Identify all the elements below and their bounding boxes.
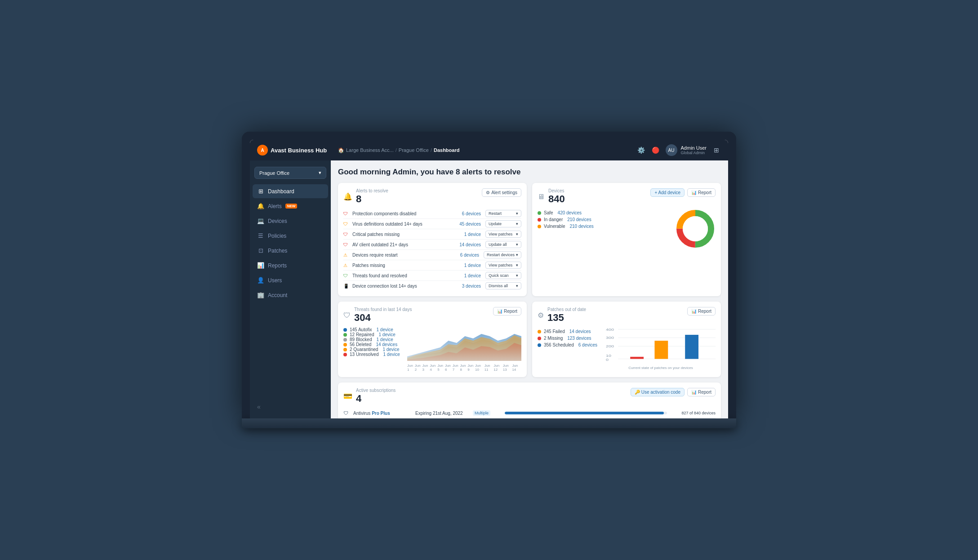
legend-link-autofix[interactable]: 1 device [376,327,393,332]
svg-text:200: 200 [606,345,614,348]
stat-scheduled-link[interactable]: 6 devices [578,342,597,347]
cards-row-2: 🛡 Threats found in last 14 days 304 📊 Re… [338,302,721,377]
use-activation-code-button[interactable]: 🔑 Use activation code [631,388,685,396]
breadcrumb-item-2[interactable]: Prague Office [399,147,429,153]
topbar: A Avast Business Hub 🏠 Large Business Ac… [250,140,728,160]
threats-layout: 145 Autofix 1 device 12 Repaired 1 devic… [343,327,521,372]
subs-title-section: 💳 Active subscriptions 4 [343,388,396,404]
breadcrumb-sep-1: / [396,147,397,153]
donut-chart [675,209,716,251]
patches-report-button[interactable]: 📊 Report [687,307,716,316]
dot-safe [538,211,541,215]
patches-card: ⚙ Patches out of date 135 📊 Report [532,302,721,377]
subs-report-button[interactable]: 📊 Report [687,388,716,396]
sidebar-collapse-button[interactable]: « [250,400,331,414]
dot-scheduled [538,343,541,347]
legend-row-unresolved: 13 Unresolved 1 device [343,352,402,357]
threats-card-label: Threats found in last 14 days [354,307,412,312]
alert-text-1: Protection components disabled [352,211,462,216]
user-info: AU Admin User Global Admin [666,144,707,156]
stat-link-danger[interactable]: 210 devices [567,217,591,222]
svg-rect-15 [685,335,698,359]
subs-card-icon: 💳 [343,392,352,400]
sidebar-item-alerts[interactable]: 🔔 Alerts NEW [253,199,328,213]
threats-report-button[interactable]: 📊 Report [493,307,521,316]
legend-link-quarantined[interactable]: 1 device [382,347,399,352]
stat-link-safe[interactable]: 420 devices [558,210,582,215]
alert-row: ⚠ Devices require restart 6 devices Rest… [343,250,521,260]
stat-link-vulnerable[interactable]: 210 devices [569,224,593,229]
alert-count-1[interactable]: 6 devices [462,211,481,216]
office-selector[interactable]: Prague Office ▾ [254,167,326,179]
threats-chart-area: Jun 1 Jun 2 Jun 3 Jun 4 Jun 5 Jun 6 Jun … [407,327,521,372]
legend-link-deleted[interactable]: 14 devices [376,342,397,347]
user-details: Admin User Global Admin [681,145,707,155]
alert-settings-button[interactable]: ⚙ Alert settings [482,188,521,197]
notification-icon[interactable]: 🔴 [651,146,660,155]
dot-vulnerable [538,225,541,228]
sidebar-item-policies[interactable]: ☰ Policies [253,229,328,243]
sidebar-item-devices[interactable]: 💻 Devices [253,214,328,228]
patches-title-section: ⚙ Patches out of date 135 [538,307,586,324]
sidebar-item-patches[interactable]: ⊡ Patches [253,244,328,258]
account-icon: 🏢 [257,292,264,298]
alert-action-btn-7[interactable]: Quick scan ▾ [485,272,521,279]
sidebar-item-reports[interactable]: 📊 Reports [253,258,328,272]
patches-card-header: ⚙ Patches out of date 135 📊 Report [538,307,716,324]
alert-count-6[interactable]: 1 device [464,263,481,268]
sidebar-item-dashboard[interactable]: ⊞ Dashboard [253,184,328,198]
stat-row-safe: Safe 420 devices [538,210,594,215]
sidebar-item-account[interactable]: 🏢 Account [253,288,328,302]
sub-bar-fill-antivirus [505,412,664,414]
legend-link-unresolved[interactable]: 1 device [383,352,400,357]
alert-action-btn-5[interactable]: Restart devices ▾ [484,251,521,258]
alert-action-btn-6[interactable]: View patches ▾ [485,262,521,269]
alert-action-btn-3[interactable]: View patches ▾ [485,231,521,238]
alert-icon-1: 🛡 [343,211,350,216]
subs-count: 4 [356,393,361,404]
patches-chart-label: Current state of patches on your devices [606,366,716,370]
grid-icon[interactable]: ⊞ [712,146,721,155]
devices-card: 🖥 Devices 840 + Add device 📊 [532,183,721,296]
alert-action-btn-2[interactable]: Update ▾ [485,220,521,227]
patches-icon: ⊡ [257,247,264,254]
settings-small-icon: ⚙ [486,190,490,195]
settings-icon[interactable]: ⚙️ [637,146,646,155]
sidebar-label-users: Users [268,277,282,284]
legend-link-repaired[interactable]: 1 device [378,332,395,337]
user-role: Global Admin [681,151,707,155]
legend-row-repaired: 12 Repaired 1 device [343,332,402,337]
alert-icon-7: 🛡 [343,273,350,278]
svg-rect-13 [630,357,644,359]
sidebar-label-account: Account [268,292,287,298]
alert-count-7[interactable]: 1 device [464,273,481,278]
sidebar-item-users[interactable]: 👤 Users [253,273,328,287]
breadcrumb-item-1[interactable]: Large Business Acc... [346,147,394,153]
policies-icon: ☰ [257,232,264,239]
dot-deleted [343,343,347,347]
devices-report-button[interactable]: 📊 Report [687,188,716,197]
bell-icon: 🔔 [343,192,352,201]
alerts-card-header: 🔔 Alerts to resolve 8 ⚙ Alert settings [343,188,521,205]
alert-count-2[interactable]: 45 devices [459,222,481,227]
stat-missing-link[interactable]: 123 devices [567,336,591,341]
alert-count-8[interactable]: 3 devices [462,284,481,289]
legend-link-blocked[interactable]: 1 device [376,337,393,342]
legend-row-deleted: 56 Deleted 14 devices [343,342,402,347]
add-device-button[interactable]: + Add device [650,188,685,197]
alert-count-5[interactable]: 6 devices [460,253,479,258]
alert-icon-2: 🛡 [343,222,350,227]
alert-icon-5: ⚠ [343,253,350,258]
sub-row-antivirus: 🛡 Antivirus Pro Plus Expiring 21st Aug, … [343,408,716,418]
alert-action-btn-1[interactable]: Restart ▾ [485,210,521,217]
sidebar-label-reports: Reports [268,262,287,269]
alert-count-3[interactable]: 1 device [464,232,481,237]
subs-title-text: Active subscriptions 4 [356,388,396,404]
alert-action-btn-8[interactable]: Dismiss all ▾ [485,282,521,289]
stat-failed-link[interactable]: 14 devices [569,329,591,334]
svg-text:0: 0 [606,358,609,362]
threats-card-header: 🛡 Threats found in last 14 days 304 📊 Re… [343,307,521,324]
alert-text-2: Virus definitions outdated 14+ days [352,222,459,227]
alert-count-4[interactable]: 14 devices [459,242,481,247]
alert-action-btn-4[interactable]: Update all ▾ [485,241,521,248]
